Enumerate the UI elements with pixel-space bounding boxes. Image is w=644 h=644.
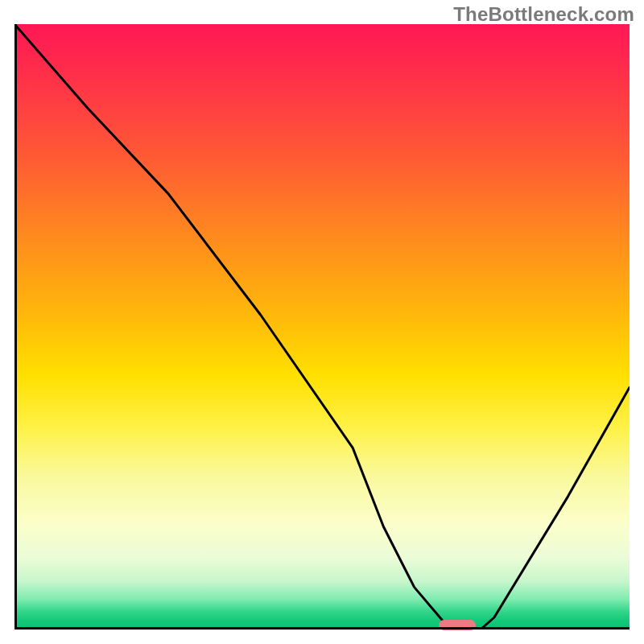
x-axis-line [14,627,630,630]
bottleneck-curve-path [14,24,630,629]
plot-area [14,24,630,630]
watermark-text: TheBottleneck.com [453,3,634,26]
y-axis-line [14,24,17,630]
bottleneck-curve-svg [14,24,630,630]
